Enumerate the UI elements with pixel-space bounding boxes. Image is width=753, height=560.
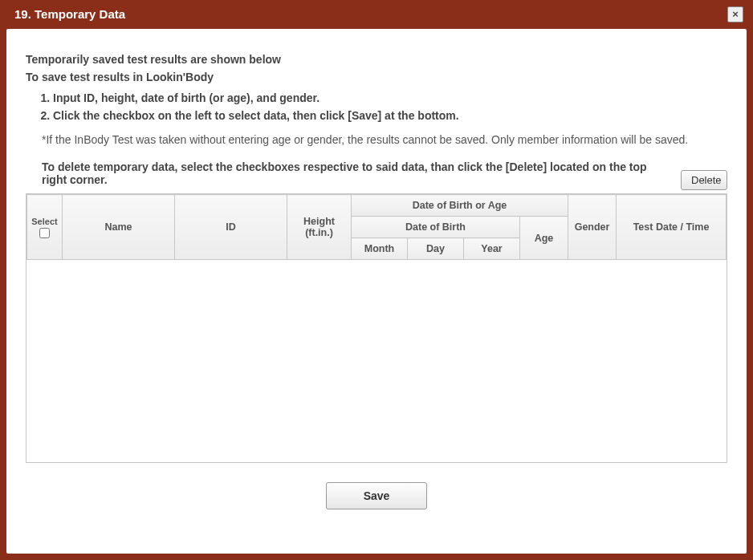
col-year: Year <box>464 238 520 260</box>
col-age: Age <box>520 217 568 260</box>
select-all-checkbox[interactable] <box>39 228 50 238</box>
step-2: Click the checkbox on the left to select… <box>53 109 727 122</box>
close-button[interactable]: × <box>727 6 743 22</box>
col-select-label: Select <box>31 217 57 226</box>
intro-line2: To save test results in Lookin'Body <box>26 71 727 83</box>
step-1: Input ID, height, date of birth (or age)… <box>53 91 727 104</box>
col-select: Select <box>27 195 63 260</box>
col-gender: Gender <box>568 195 617 260</box>
delete-instruction: To delete temporary data, select the che… <box>42 160 671 186</box>
content-panel: Temporarily saved test results are shown… <box>6 29 747 554</box>
dialog-title: 19. Temporary Data <box>14 7 125 21</box>
col-height: Height (ft.in.) <box>287 195 352 260</box>
col-id: ID <box>175 195 287 260</box>
col-name: Name <box>63 195 175 260</box>
close-icon: × <box>732 8 739 20</box>
dialog-window: 19. Temporary Data × Temporarily saved t… <box>0 0 753 560</box>
delete-instruction-row: To delete temporary data, select the che… <box>26 160 727 187</box>
steps-list: Input ID, height, date of birth (or age)… <box>26 91 727 122</box>
col-dob-age: Date of Birth or Age <box>352 195 568 217</box>
col-month: Month <box>352 238 408 260</box>
data-table: Select Name ID Height (ft.in.) Date of B… <box>26 193 727 463</box>
delete-button[interactable]: Delete <box>681 170 727 190</box>
title-bar: 19. Temporary Data <box>0 0 753 29</box>
col-day: Day <box>408 238 464 260</box>
col-dob: Date of Birth <box>352 217 520 238</box>
save-button[interactable]: Save <box>326 482 427 509</box>
note-text: *If the InBody Test was taken without en… <box>42 133 727 146</box>
col-test-datetime: Test Date / Time <box>617 195 727 260</box>
save-bar: Save <box>26 482 727 509</box>
table-header: Select Name ID Height (ft.in.) Date of B… <box>26 194 727 260</box>
table-body-empty <box>26 260 727 463</box>
intro-line1: Temporarily saved test results are shown… <box>26 53 727 66</box>
